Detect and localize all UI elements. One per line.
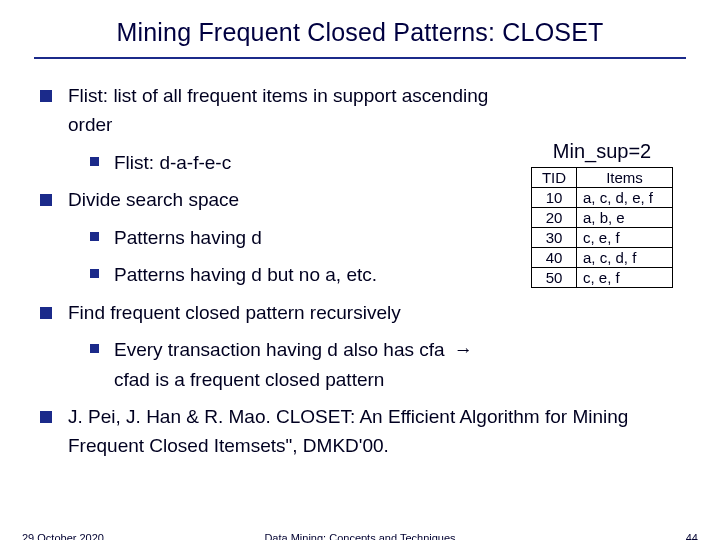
- bullet-flist-value: Flist: d-a-f-e-c: [90, 148, 516, 177]
- bullet-text-post: cfad is a frequent closed pattern: [114, 369, 384, 390]
- square-bullet-icon: [90, 232, 99, 241]
- table-row: 50 c, e, f: [532, 268, 673, 288]
- square-bullet-icon: [90, 344, 99, 353]
- bullet-text: Divide search space: [68, 189, 239, 210]
- transactions-table: TID Items 10 a, c, d, e, f 20 a, b, e 30…: [531, 167, 673, 288]
- table-row: 10 a, c, d, e, f: [532, 188, 673, 208]
- bullet-text: Flist: list of all frequent items in sup…: [68, 85, 488, 135]
- cell-tid: 50: [532, 268, 577, 288]
- cell-tid: 30: [532, 228, 577, 248]
- cell-items: a, c, d, f: [577, 248, 673, 268]
- square-bullet-icon: [40, 90, 52, 102]
- table-header-row: TID Items: [532, 168, 673, 188]
- bullet-citation: J. Pei, J. Han & R. Mao. CLOSET: An Effi…: [40, 402, 686, 461]
- bullet-text-pre: Every transaction having d also has cfa: [114, 339, 450, 360]
- cell-items: a, c, d, e, f: [577, 188, 673, 208]
- col-tid: TID: [532, 168, 577, 188]
- cell-tid: 10: [532, 188, 577, 208]
- square-bullet-icon: [40, 194, 52, 206]
- bullet-patterns-d: Patterns having d: [90, 223, 516, 252]
- square-bullet-icon: [40, 411, 52, 423]
- bullet-find-recursive: Find frequent closed pattern recursively…: [40, 298, 686, 394]
- bullet-text: Find frequent closed pattern recursively: [68, 302, 401, 323]
- square-bullet-icon: [90, 157, 99, 166]
- bullet-cfad: Every transaction having d also has cfa …: [90, 335, 516, 394]
- cell-tid: 40: [532, 248, 577, 268]
- footer-page-number: 44: [686, 532, 698, 540]
- cell-items: a, b, e: [577, 208, 673, 228]
- square-bullet-icon: [90, 269, 99, 278]
- bullet-patterns-d-no-a: Patterns having d but no a, etc.: [90, 260, 516, 289]
- col-items: Items: [577, 168, 673, 188]
- bullet-text: J. Pei, J. Han & R. Mao. CLOSET: An Effi…: [68, 406, 628, 456]
- table-row: 30 c, e, f: [532, 228, 673, 248]
- min-sup-label: Min_sup=2: [526, 140, 678, 163]
- square-bullet-icon: [40, 307, 52, 319]
- table-row: 40 a, c, d, f: [532, 248, 673, 268]
- slide-title: Mining Frequent Closed Patterns: CLOSET: [34, 18, 686, 59]
- cell-tid: 20: [532, 208, 577, 228]
- footer-center: Data Mining: Concepts and Techniques: [0, 532, 720, 540]
- cell-items: c, e, f: [577, 268, 673, 288]
- bullet-text: Patterns having d: [114, 227, 262, 248]
- bullet-text: Flist: d-a-f-e-c: [114, 152, 231, 173]
- cell-items: c, e, f: [577, 228, 673, 248]
- table-row: 20 a, b, e: [532, 208, 673, 228]
- arrow-right-icon: →: [450, 335, 477, 364]
- bullet-text: Patterns having d but no a, etc.: [114, 264, 377, 285]
